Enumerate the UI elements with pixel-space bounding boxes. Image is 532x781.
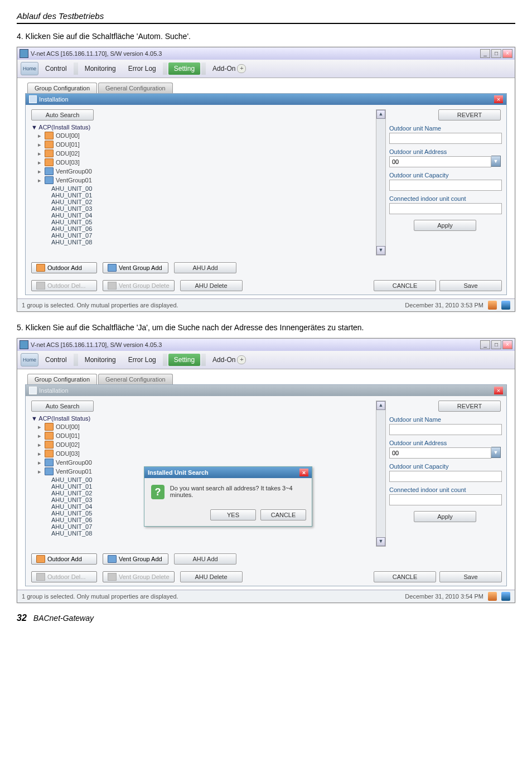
scrollbar[interactable]: ▲ ▼ — [376, 109, 386, 255]
tree-root[interactable]: ▼ ACP(Install Status) — [31, 124, 120, 131]
dropdown-icon[interactable]: ▼ — [491, 156, 501, 167]
tray-icon[interactable] — [488, 301, 497, 310]
dialog-cancel-button[interactable]: CANCLE — [260, 509, 306, 520]
close-icon[interactable]: × — [502, 49, 512, 58]
tree-item[interactable]: ODU[03] — [56, 159, 80, 166]
auto-search-button[interactable]: Auto Search — [31, 109, 94, 120]
tree-item[interactable]: VentGroup01 — [56, 468, 92, 475]
tree-root[interactable]: ▼ ACP(Install Status) — [31, 415, 120, 422]
dialog-yes-button[interactable]: YES — [210, 509, 256, 520]
outdoor-add-button[interactable]: Outdoor Add — [31, 262, 97, 273]
tree-leaf[interactable]: AHU_UNIT_04 — [51, 212, 120, 219]
nav-addon[interactable]: Add-On+ — [207, 354, 252, 366]
tree-item[interactable]: VentGroup01 — [56, 177, 92, 184]
maximize-icon[interactable]: □ — [491, 340, 501, 349]
tree-leaf[interactable]: AHU_UNIT_05 — [51, 510, 120, 517]
tree-leaf[interactable]: AHU_UNIT_07 — [51, 523, 120, 530]
scroll-down-icon[interactable]: ▼ — [376, 246, 385, 255]
tree-leaf[interactable]: AHU_UNIT_06 — [51, 225, 120, 232]
save-button[interactable]: Save — [439, 280, 502, 291]
tree-leaf[interactable]: AHU_UNIT_00 — [51, 476, 120, 483]
tree-leaf[interactable]: AHU_UNIT_05 — [51, 219, 120, 225]
apply-button[interactable]: Apply — [414, 511, 476, 522]
tree-item[interactable]: ODU[03] — [56, 450, 80, 457]
close-icon[interactable]: × — [502, 340, 512, 349]
revert-button[interactable]: REVERT — [438, 401, 501, 412]
nav-setting[interactable]: Setting — [168, 62, 200, 75]
tree-leaf[interactable]: AHU_UNIT_01 — [51, 192, 120, 199]
vent-del-button[interactable]: Vent Group Delete — [103, 571, 175, 582]
nav-setting[interactable]: Setting — [168, 354, 200, 366]
tree-item[interactable]: ODU[00] — [56, 132, 80, 139]
nav-control[interactable]: Control — [40, 62, 72, 75]
nav-addon[interactable]: Add-On+ — [207, 62, 252, 75]
input-connected[interactable] — [389, 494, 502, 505]
minimize-icon[interactable]: _ — [480, 340, 490, 349]
tree-item[interactable]: ODU[00] — [56, 423, 80, 430]
revert-button[interactable]: REVERT — [438, 109, 501, 120]
tree-leaf[interactable]: AHU_UNIT_03 — [51, 496, 120, 503]
tree-leaf[interactable]: AHU_UNIT_07 — [51, 232, 120, 239]
tab-group[interactable]: Group Configuration — [27, 374, 97, 384]
tab-general[interactable]: General Configuration — [98, 374, 173, 384]
tree-item[interactable]: ODU[01] — [56, 141, 80, 148]
tree-item[interactable]: ODU[02] — [56, 441, 80, 448]
input-connected[interactable] — [389, 203, 502, 214]
nav-control[interactable]: Control — [40, 354, 72, 366]
tray-icon[interactable] — [501, 301, 510, 310]
tree-leaf[interactable]: AHU_UNIT_00 — [51, 185, 120, 192]
ahu-add-button[interactable]: AHU Add — [174, 262, 236, 273]
tree-item[interactable]: VentGroup00 — [56, 459, 92, 466]
maximize-icon[interactable]: □ — [491, 49, 501, 58]
vent-del-button[interactable]: Vent Group Delete — [103, 280, 175, 291]
scrollbar[interactable]: ▲ ▼ — [376, 401, 386, 547]
tree-leaf[interactable]: AHU_UNIT_08 — [51, 530, 120, 537]
cancel-button[interactable]: CANCLE — [374, 571, 436, 582]
scroll-down-icon[interactable]: ▼ — [376, 537, 385, 546]
input-address[interactable]: 00 — [389, 447, 491, 459]
nav-home[interactable]: Home — [21, 62, 38, 75]
dropdown-icon[interactable]: ▼ — [491, 447, 501, 458]
dialog-close-icon[interactable]: × — [299, 469, 308, 476]
ahu-del-button[interactable]: AHU Delete — [180, 280, 243, 291]
tree-leaf[interactable]: AHU_UNIT_02 — [51, 199, 120, 205]
tree-leaf[interactable]: AHU_UNIT_03 — [51, 205, 120, 212]
vent-add-button[interactable]: Vent Group Add — [103, 553, 168, 565]
cancel-button[interactable]: CANCLE — [374, 280, 436, 291]
tree-leaf[interactable]: AHU_UNIT_08 — [51, 239, 120, 245]
scroll-up-icon[interactable]: ▲ — [376, 401, 385, 410]
nav-errorlog[interactable]: Error Log — [123, 354, 162, 366]
input-address[interactable]: 00 — [389, 156, 491, 167]
save-button[interactable]: Save — [439, 571, 502, 582]
nav-monitoring[interactable]: Monitoring — [79, 354, 122, 366]
tab-group[interactable]: Group Configuration — [27, 83, 97, 93]
tree-item[interactable]: ODU[01] — [56, 432, 80, 439]
input-name[interactable] — [389, 424, 502, 435]
tree-item[interactable]: VentGroup00 — [56, 168, 92, 175]
outdoor-del-button[interactable]: Outdoor Del... — [31, 571, 97, 582]
auto-search-button[interactable]: Auto Search — [31, 401, 94, 412]
outdoor-del-button[interactable]: Outdoor Del... — [31, 280, 97, 291]
apply-button[interactable]: Apply — [414, 220, 476, 231]
tree-leaf[interactable]: AHU_UNIT_06 — [51, 517, 120, 523]
outdoor-add-button[interactable]: Outdoor Add — [31, 553, 97, 565]
panel-close-icon[interactable]: × — [494, 387, 503, 394]
nav-home[interactable]: Home — [21, 353, 38, 367]
input-capacity[interactable] — [389, 180, 502, 191]
tree-leaf[interactable]: AHU_UNIT_04 — [51, 503, 120, 510]
input-capacity[interactable] — [389, 471, 502, 482]
tray-icon[interactable] — [501, 592, 510, 601]
tree-item[interactable]: ODU[02] — [56, 150, 80, 157]
ahu-del-button[interactable]: AHU Delete — [180, 571, 243, 582]
panel-close-icon[interactable]: × — [494, 95, 503, 103]
minimize-icon[interactable]: _ — [480, 49, 490, 58]
tree-leaf[interactable]: AHU_UNIT_01 — [51, 483, 120, 490]
tree-leaf[interactable]: AHU_UNIT_02 — [51, 490, 120, 496]
nav-errorlog[interactable]: Error Log — [123, 62, 162, 75]
tab-general[interactable]: General Configuration — [98, 83, 173, 93]
vent-add-button[interactable]: Vent Group Add — [103, 262, 168, 273]
scroll-up-icon[interactable]: ▲ — [376, 110, 385, 119]
ahu-add-button[interactable]: AHU Add — [174, 553, 236, 565]
tray-icon[interactable] — [488, 592, 497, 601]
nav-monitoring[interactable]: Monitoring — [79, 62, 122, 75]
